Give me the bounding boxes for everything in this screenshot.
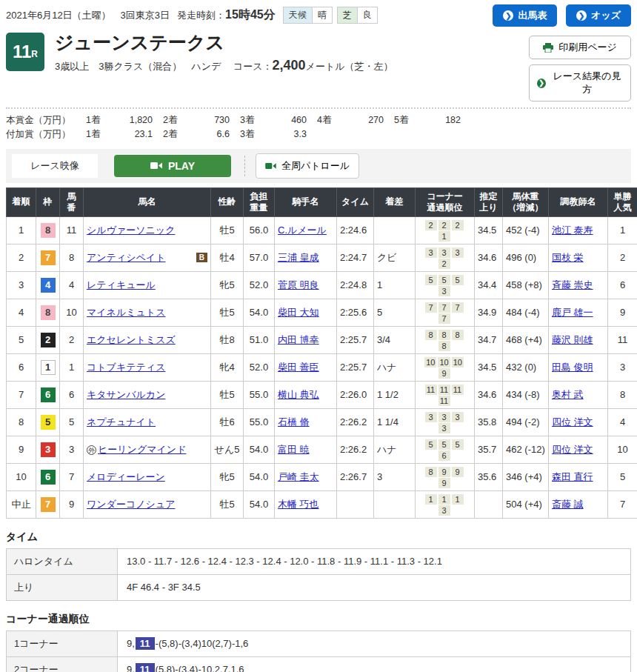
- horse-name-link[interactable]: ネプチュナイト: [87, 416, 156, 428]
- frame-number-badge: 8: [41, 223, 56, 238]
- trainer-link[interactable]: 鹿戸 雄一: [552, 307, 593, 318]
- prize-amount: 270: [345, 113, 384, 127]
- results-column-header: 推定 上り: [475, 187, 503, 216]
- horse-name-link[interactable]: マイネルミュトス: [87, 307, 165, 318]
- trainer-link[interactable]: 四位 洋文: [552, 416, 593, 428]
- horse-name-link[interactable]: ヒーリングマインド: [98, 444, 186, 455]
- trainer-link[interactable]: 斎藤 誠: [552, 499, 584, 510]
- trainer-link[interactable]: 田島 俊明: [552, 362, 593, 373]
- frame-cell: 4: [36, 271, 60, 299]
- jockey-link[interactable]: 木幡 巧也: [278, 499, 319, 510]
- results-column-header: 馬体重 （増減）: [503, 187, 549, 216]
- jockey-link[interactable]: 内田 博幸: [278, 334, 319, 345]
- carried-weight: 52.0: [244, 271, 275, 299]
- results-guide-button[interactable]: ❯ レース結果の見方: [529, 64, 631, 102]
- turf-label: 芝: [337, 7, 357, 24]
- blinkers-badge: B: [196, 253, 207, 262]
- win-favorite-rank: 10: [608, 436, 637, 463]
- jockey-link[interactable]: 戸崎 圭太: [278, 471, 319, 482]
- jockey-link[interactable]: 石橋 脩: [278, 416, 310, 428]
- trainer-link[interactable]: 斉藤 崇史: [552, 279, 593, 290]
- horse-weight: 458 (+8): [503, 271, 549, 299]
- race-title: ジューンステークス: [55, 33, 393, 53]
- trainer-link[interactable]: 池江 泰寿: [552, 224, 593, 236]
- sex-age: 牡4: [211, 244, 244, 271]
- jockey-link[interactable]: 富田 暁: [278, 444, 310, 455]
- results-column-header: 馬 番: [60, 187, 84, 216]
- corner-row: 1コーナー9,11-(5,8)-(3,4)10(2,7)-1,6: [7, 631, 631, 656]
- horse-name-link[interactable]: キタサンバルカン: [87, 389, 165, 400]
- results-column-header: 調教師名: [549, 187, 608, 216]
- margin: 3: [374, 463, 416, 490]
- play-button[interactable]: PLAY: [114, 155, 231, 177]
- video-bar: レース映像 PLAY 全周パトロール: [6, 149, 631, 183]
- frame-cell: 3: [36, 436, 60, 463]
- jockey-link[interactable]: 横山 典弘: [278, 389, 319, 400]
- trainer-cell: 四位 洋文: [549, 436, 608, 463]
- trainer-link[interactable]: 国枝 栄: [552, 252, 584, 263]
- main-prize-row: 本賞金（万円） 1着1,8202着7303着4604着2705着182: [6, 113, 631, 127]
- trainer-link[interactable]: 森田 直行: [552, 471, 593, 482]
- corner-position: 3: [452, 247, 464, 258]
- horse-weight: 468 (+4): [503, 326, 549, 353]
- finish-time: 2:25.6: [337, 299, 374, 326]
- finish-position: 8: [7, 408, 36, 436]
- course-distance: 2,400: [273, 58, 306, 73]
- jockey-link[interactable]: 菅原 明良: [278, 279, 319, 290]
- win-favorite-rank: 7: [608, 490, 637, 518]
- horse-name-cell: ネプチュナイト: [84, 408, 211, 436]
- trainer-cell: 池江 泰寿: [549, 216, 608, 244]
- prize-pair: 1着23.1: [86, 127, 163, 142]
- prize-pair: 2着6.6: [163, 127, 240, 142]
- entries-button[interactable]: ❯出馬表: [493, 4, 557, 27]
- jockey-cell: 内田 博幸: [275, 326, 337, 353]
- horse-name-cell: レティキュール: [84, 271, 211, 299]
- trainer-cell: 田島 俊明: [549, 353, 608, 381]
- carried-weight: 52.0: [244, 353, 275, 381]
- jockey-link[interactable]: 柴田 善臣: [278, 362, 319, 373]
- trainer-link[interactable]: 奥村 武: [552, 389, 584, 400]
- corner-row-value: 9,11-(5,8)-(3,4)10(2,7)-1,6: [118, 631, 631, 656]
- corner-order-text: (5,8)-(3,4)-10,2,7,1,6: [156, 664, 244, 672]
- course-suffix: メートル（芝・左）: [306, 61, 393, 72]
- results-column-header: 着順: [7, 187, 36, 216]
- corner-position: 8: [438, 341, 450, 351]
- corner-position: 3: [438, 247, 450, 258]
- results-header-row: 着順枠馬 番馬名性齢負担 重量騎手名タイム着差コーナー 通過順位推定 上り馬体重…: [7, 187, 637, 216]
- jockey-link[interactable]: 柴田 大知: [278, 307, 319, 318]
- trainer-link[interactable]: 四位 洋文: [552, 444, 593, 455]
- start-time-value: 15時45分: [225, 8, 276, 21]
- time-row-label: 上り: [7, 574, 118, 600]
- horse-name-cell: シルヴァーソニック: [84, 216, 211, 244]
- corner-positions-cell: 3333: [416, 408, 475, 436]
- frame-number-badge: 6: [41, 470, 56, 485]
- horse-name-link[interactable]: エクセレントミスズ: [87, 334, 176, 345]
- corner-position: 5: [425, 275, 437, 285]
- carried-weight: 51.0: [244, 326, 275, 353]
- top-bar: 2021年6月12日（土曜） 3回東京3日 発走時刻：15時45分 天候晴 芝良…: [6, 4, 631, 27]
- patrol-video-button[interactable]: 全周パトロール: [256, 153, 359, 179]
- horse-name-link[interactable]: シルヴァーソニック: [87, 224, 175, 236]
- corner-table: 1コーナー9,11-(5,8)-(3,4)10(2,7)-1,62コーナー9,1…: [6, 631, 631, 672]
- odds-button[interactable]: ❯オッズ: [566, 4, 631, 27]
- horse-name-link[interactable]: レティキュール: [87, 279, 156, 290]
- horse-name-link[interactable]: ワンダーコノシュア: [87, 499, 175, 510]
- corner-position: 7: [425, 302, 437, 313]
- corner-position: 7: [438, 313, 450, 324]
- horse-name-link[interactable]: コトブキテティス: [87, 362, 165, 373]
- jockey-link[interactable]: C.ルメール: [278, 224, 327, 236]
- jockey-link[interactable]: 三浦 皇成: [278, 252, 319, 263]
- print-page-button[interactable]: 印刷用ページ: [529, 36, 631, 59]
- corner-position: 2: [438, 259, 450, 269]
- extra-prize-values: 1着23.12着6.63着3.3: [86, 127, 317, 142]
- corner-position: 2: [438, 220, 450, 230]
- prize-amount: 1,820: [114, 113, 153, 127]
- corner-position: 11: [452, 385, 464, 395]
- results-column-header: 馬名: [84, 187, 211, 216]
- margin: ハナ: [374, 353, 416, 381]
- trainer-link[interactable]: 藤沢 則雄: [552, 334, 593, 345]
- dotted-separator: [6, 107, 631, 109]
- horse-name-link[interactable]: メロディーレーン: [87, 471, 165, 482]
- corner-position: 9: [438, 368, 450, 379]
- horse-name-link[interactable]: アンティシペイト: [87, 252, 165, 263]
